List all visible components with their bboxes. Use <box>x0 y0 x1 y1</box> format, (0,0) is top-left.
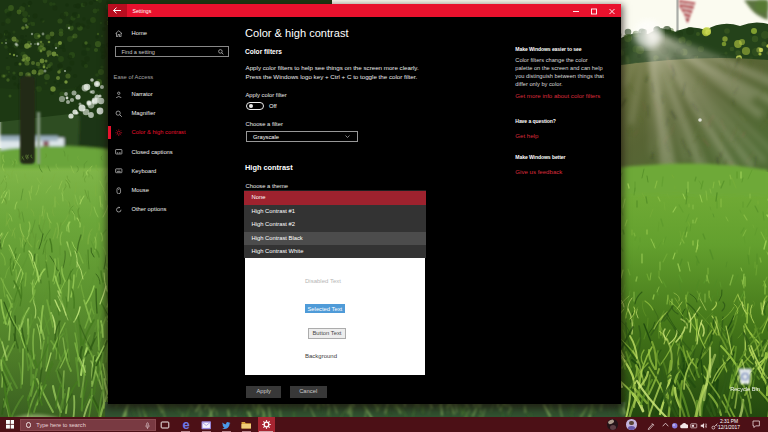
svg-text:Recycle Bin: Recycle Bin <box>730 386 760 392</box>
